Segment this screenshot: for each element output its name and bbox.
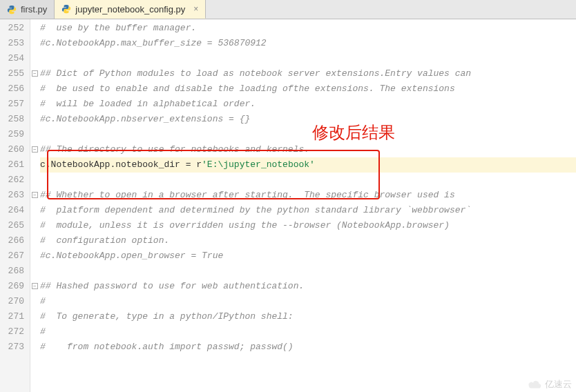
comment-text: #c.NotebookApp.max_buffer_size = 5368709…	[40, 38, 267, 48]
tab-label: first.py	[21, 4, 47, 14]
code-line[interactable]: #c.NotebookApp.open_browser = True	[40, 248, 576, 264]
comment-text: # will be loaded in alphabetical order.	[40, 99, 256, 109]
code-token: r	[196, 159, 202, 170]
code-line[interactable]: # will be loaded in alphabetical order.	[40, 97, 576, 112]
line-number: 269	[0, 279, 24, 294]
comment-text: # platform dependent and determined by t…	[40, 205, 471, 215]
watermark: 亿速云	[527, 378, 572, 391]
close-icon[interactable]: ×	[193, 4, 198, 14]
line-number: 253	[0, 36, 24, 51]
comment-text: ## Whether to open in a browser after st…	[40, 190, 455, 200]
line-number: 259	[0, 127, 24, 142]
code-area[interactable]: # use by the buffer manager.#c.NotebookA…	[30, 19, 576, 392]
python-icon	[61, 4, 71, 14]
comment-text: #c.NotebookApp.nbserver_extensions = {}	[40, 114, 250, 124]
line-number: 273	[0, 340, 24, 355]
code-line[interactable]: # be used to enable and disable the load…	[40, 81, 576, 97]
line-number: 260	[0, 142, 24, 157]
line-number: 257	[0, 97, 24, 112]
comment-text: # from notebook.auth import passwd; pass…	[40, 342, 294, 352]
fold-toggle-icon[interactable]: −	[32, 192, 38, 198]
code-line[interactable]: # use by the buffer manager.	[40, 21, 576, 36]
line-number: 270	[0, 294, 24, 309]
code-token: 'E:\jupyter_notebook'	[202, 159, 315, 170]
line-number: 255	[0, 66, 24, 81]
fold-toggle-icon[interactable]: −	[32, 70, 38, 77]
code-line[interactable]	[40, 51, 576, 66]
tab-jupyter-config[interactable]: jupyter_notebook_config.py ×	[55, 0, 206, 19]
code-line[interactable]: −## The directory to use for notebooks a…	[40, 142, 576, 157]
code-line[interactable]: −## Dict of Python modules to load as no…	[40, 66, 576, 81]
comment-text: # configuration option.	[40, 235, 169, 246]
line-number: 264	[0, 203, 24, 218]
comment-text: # use by the buffer manager.	[40, 23, 196, 33]
code-token: c.NotebookApp.notebook_dir	[40, 159, 186, 170]
code-line[interactable]: #c.NotebookApp.nbserver_extensions = {}	[40, 112, 576, 127]
line-number: 262	[0, 173, 24, 188]
code-line[interactable]: #c.NotebookApp.max_buffer_size = 5368709…	[40, 36, 576, 51]
line-number: 263	[0, 188, 24, 203]
code-line[interactable]	[40, 264, 576, 279]
code-line[interactable]: # platform dependent and determined by t…	[40, 203, 576, 218]
line-number: 258	[0, 112, 24, 127]
tab-first[interactable]: first.py	[0, 0, 55, 19]
line-number: 252	[0, 21, 24, 36]
watermark-text: 亿速云	[545, 378, 572, 391]
code-line[interactable]	[40, 127, 576, 142]
comment-text: #	[40, 296, 46, 306]
line-number: 271	[0, 309, 24, 324]
line-number: 261	[0, 157, 24, 173]
code-line[interactable]: c.NotebookApp.notebook_dir = r'E:\jupyte…	[40, 157, 576, 173]
cloud-icon	[527, 379, 542, 390]
line-number: 265	[0, 218, 24, 233]
code-line[interactable]: #	[40, 324, 576, 340]
code-token: =	[186, 159, 197, 170]
tab-bar: first.py jupyter_notebook_config.py ×	[0, 0, 576, 19]
fold-toggle-icon[interactable]: −	[32, 146, 38, 153]
editor: 2522532542552562572582592602612622632642…	[0, 19, 576, 392]
line-number: 254	[0, 51, 24, 66]
code-line[interactable]: # configuration option.	[40, 233, 576, 248]
python-icon	[7, 5, 17, 14]
code-line[interactable]: # To generate, type in a python/IPython …	[40, 309, 576, 324]
comment-text: ## Hashed password to use for web authen…	[40, 281, 304, 291]
line-number: 267	[0, 248, 24, 264]
tab-label: jupyter_notebook_config.py	[75, 4, 185, 14]
line-number: 272	[0, 324, 24, 340]
fold-toggle-icon[interactable]: −	[32, 283, 38, 289]
line-number: 266	[0, 233, 24, 248]
code-line[interactable]: #	[40, 294, 576, 309]
line-number: 256	[0, 81, 24, 97]
comment-text: # To generate, type in a python/IPython …	[40, 311, 294, 322]
comment-text: #	[40, 326, 46, 337]
code-line[interactable]	[40, 173, 576, 188]
line-gutter: 2522532542552562572582592602612622632642…	[0, 19, 30, 392]
comment-text: # module, unless it is overridden using …	[40, 220, 450, 231]
code-line[interactable]: −## Hashed password to use for web authe…	[40, 279, 576, 294]
comment-text: #c.NotebookApp.open_browser = True	[40, 251, 223, 261]
line-number: 268	[0, 264, 24, 279]
comment-text: ## The directory to use for notebooks an…	[40, 144, 309, 155]
code-line[interactable]: # module, unless it is overridden using …	[40, 218, 576, 233]
comment-text: ## Dict of Python modules to load as not…	[40, 68, 471, 79]
code-line[interactable]: # from notebook.auth import passwd; pass…	[40, 340, 576, 355]
comment-text: # be used to enable and disable the load…	[40, 84, 455, 94]
code-line[interactable]: −## Whether to open in a browser after s…	[40, 188, 576, 203]
